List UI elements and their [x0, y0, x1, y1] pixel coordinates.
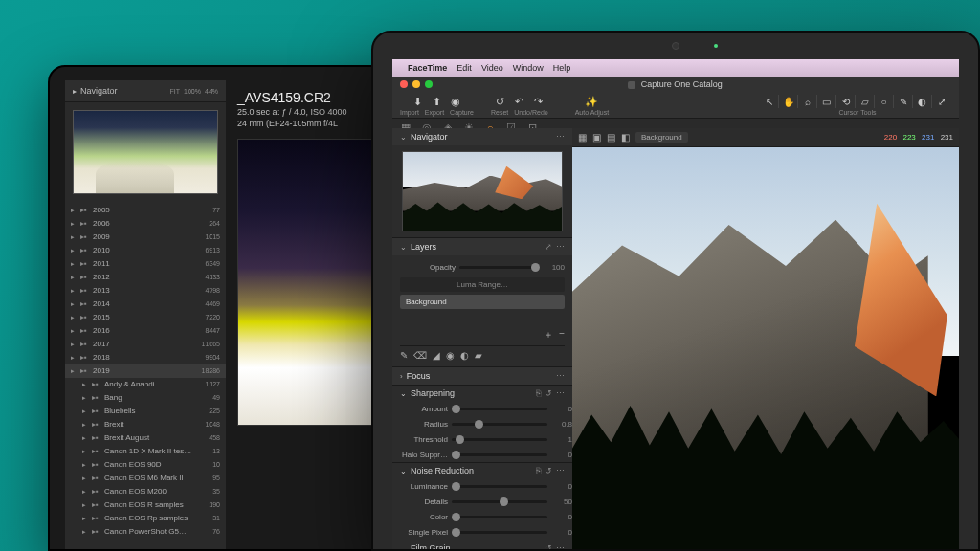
import-icon[interactable]: ⬇	[411, 95, 424, 108]
slider-track[interactable]	[452, 408, 547, 410]
reset-icon[interactable]: ↺	[545, 466, 552, 475]
folder-row[interactable]: ▸▸▪Canon EOS M6 Mark II95	[65, 472, 226, 485]
folder-row[interactable]: ▸▸▪Canon PowerShot G5…76	[65, 525, 226, 539]
delete-layer-icon[interactable]: −	[559, 328, 565, 342]
folder-row[interactable]: ▸▸▪20168447	[65, 324, 226, 338]
zoom-fit[interactable]: FIT	[170, 88, 181, 95]
fill-mask-icon[interactable]: ▰	[475, 350, 482, 361]
layer-dropdown[interactable]: Background	[635, 132, 688, 143]
slider-track[interactable]	[452, 516, 547, 518]
sharpening-header[interactable]: ⌄ Sharpening ⎘ ↺ ⋯	[392, 386, 572, 401]
folder-row[interactable]: ▸▸▪Bluebells225	[65, 405, 226, 418]
reset-icon[interactable]: ↺	[545, 543, 552, 549]
radial-gradient-icon[interactable]: ◉	[446, 350, 455, 361]
slider-track[interactable]	[452, 531, 547, 534]
more-icon[interactable]: ⋯	[556, 543, 565, 549]
folder-row[interactable]: ▸▸▪Canon EOS Rp samples31	[65, 512, 226, 525]
menubar-window[interactable]: Window	[513, 63, 544, 73]
single-view-icon[interactable]: ▣	[592, 132, 601, 143]
navigator-thumbnail[interactable]	[402, 151, 563, 231]
sharpening-slider[interactable]: Threshold1	[392, 431, 572, 447]
pointer-icon[interactable]: ↖	[764, 95, 779, 108]
film-grain-header[interactable]: ⌄ Film Grain ↺ ⋯	[392, 540, 572, 549]
zoom-button[interactable]	[425, 80, 433, 88]
menubar-app[interactable]: FaceTime	[408, 63, 447, 73]
folder-row[interactable]: ▸▸▪Brexit1048	[65, 418, 226, 431]
folder-row[interactable]: ▸▸▪200577	[65, 204, 226, 217]
folder-row[interactable]: ▸▸▪2006264	[65, 217, 226, 231]
zoom-icon[interactable]: ⌕	[802, 95, 817, 108]
layer-background[interactable]: Background	[400, 295, 565, 309]
image-preview[interactable]	[237, 139, 379, 426]
invert-mask-icon[interactable]: ◐	[460, 350, 469, 361]
folder-row[interactable]: ▸▸▪20124133	[65, 271, 226, 284]
brush-icon[interactable]: ✎	[400, 350, 408, 361]
zoom-100[interactable]: 100%	[184, 88, 201, 95]
keystone-icon[interactable]: ▱	[859, 95, 875, 108]
folder-row[interactable]: ▸▸▪Canon EOS R samples190	[65, 498, 226, 512]
linear-gradient-icon[interactable]: ◢	[433, 350, 440, 361]
main-viewer[interactable]	[572, 147, 959, 549]
capture-icon[interactable]: ◉	[449, 95, 462, 108]
more-icon[interactable]: ⋯	[556, 132, 565, 142]
crop-icon[interactable]: ▭	[821, 95, 836, 108]
add-layer-icon[interactable]: ＋	[544, 328, 553, 342]
slider-track[interactable]	[452, 500, 547, 503]
noise-header[interactable]: ⌄ Noise Reduction ⎘ ↺ ⋯	[392, 463, 572, 478]
undo-icon[interactable]: ↶	[513, 95, 526, 108]
layers-header[interactable]: ⌄ Layers ⤢ ⋯	[392, 238, 572, 255]
navigator-header[interactable]: ⌄ Navigator ⋯	[392, 128, 572, 145]
autoadjust-icon[interactable]: ✨	[585, 95, 598, 108]
folder-row[interactable]: ▸▸▪20091015	[65, 231, 226, 244]
sharpening-slider[interactable]: Halo Suppr…0	[392, 447, 572, 462]
folder-row[interactable]: ▸▸▪Bang49	[65, 391, 226, 405]
reset-icon[interactable]: ↺	[494, 95, 507, 108]
minimize-button[interactable]	[412, 80, 420, 88]
navigator-header[interactable]: ▸ Navigator FIT 100% 44%	[65, 80, 226, 102]
folder-row[interactable]: ▸▸▪Andy & Anandi1127	[65, 378, 226, 391]
more-icon[interactable]: ⋯	[556, 466, 565, 475]
sharpening-slider[interactable]: Radius0.8	[392, 416, 572, 431]
slider-track[interactable]	[452, 438, 547, 441]
noise-slider[interactable]: Details50	[392, 494, 572, 509]
hand-icon[interactable]: ✋	[783, 95, 798, 108]
slider-track[interactable]	[452, 485, 547, 488]
reset-icon[interactable]: ↺	[545, 388, 552, 398]
folder-row[interactable]: ▸▸▪Canon EOS 90D10	[65, 458, 226, 472]
brush-icon[interactable]: ✎	[898, 95, 913, 108]
noise-slider[interactable]: Luminance0	[392, 478, 572, 494]
layer-icon[interactable]: ◧	[621, 132, 630, 143]
folder-row[interactable]: ▸▸▪20144469	[65, 298, 226, 311]
copy-icon[interactable]: ⎘	[536, 388, 541, 398]
navigator-thumbnail[interactable]	[73, 110, 218, 194]
focus-header[interactable]: › Focus ⋯	[392, 367, 572, 385]
more-icon[interactable]: ⋯	[556, 371, 565, 381]
gradient-icon[interactable]: ◐	[917, 95, 932, 108]
rotate-icon[interactable]: ⟲	[840, 95, 856, 108]
folder-row[interactable]: ▸▸▪Brexit August458	[65, 431, 226, 445]
spot-icon[interactable]: ○	[879, 95, 894, 108]
folder-row[interactable]: ▸▸▪20116349	[65, 257, 226, 271]
close-button[interactable]	[400, 80, 408, 88]
sharpening-slider[interactable]: Amount0	[392, 401, 572, 416]
expand-icon[interactable]: ⤢	[545, 242, 552, 252]
folder-row[interactable]: ▸▸▪20134798	[65, 284, 226, 298]
erase-icon[interactable]: ⌫	[413, 350, 427, 361]
copy-icon[interactable]: ⎘	[536, 466, 541, 475]
folder-row[interactable]: ▸▸▪201918286	[65, 364, 226, 378]
export-icon[interactable]: ⬆	[430, 95, 443, 108]
zoom-44[interactable]: 44%	[205, 88, 218, 95]
menubar-edit[interactable]: Edit	[457, 63, 472, 73]
multi-view-icon[interactable]: ▤	[607, 132, 615, 143]
folder-row[interactable]: ▸▸▪20157220	[65, 311, 226, 324]
folder-row[interactable]: ▸▸▪20189904	[65, 351, 226, 364]
grid-view-icon[interactable]: ▦	[578, 132, 587, 143]
opacity-slider[interactable]: Opacity 100	[400, 259, 565, 275]
more-icon[interactable]: ⋯	[556, 242, 565, 252]
noise-slider[interactable]: Color0	[392, 509, 572, 524]
eyedropper-icon[interactable]: ⤢	[936, 95, 951, 108]
folder-row[interactable]: ▸▸▪Canon EOS M20035	[65, 485, 226, 498]
menubar-help[interactable]: Help	[553, 63, 571, 73]
folder-row[interactable]: ▸▸▪201711665	[65, 338, 226, 351]
redo-icon[interactable]: ↷	[532, 95, 546, 108]
